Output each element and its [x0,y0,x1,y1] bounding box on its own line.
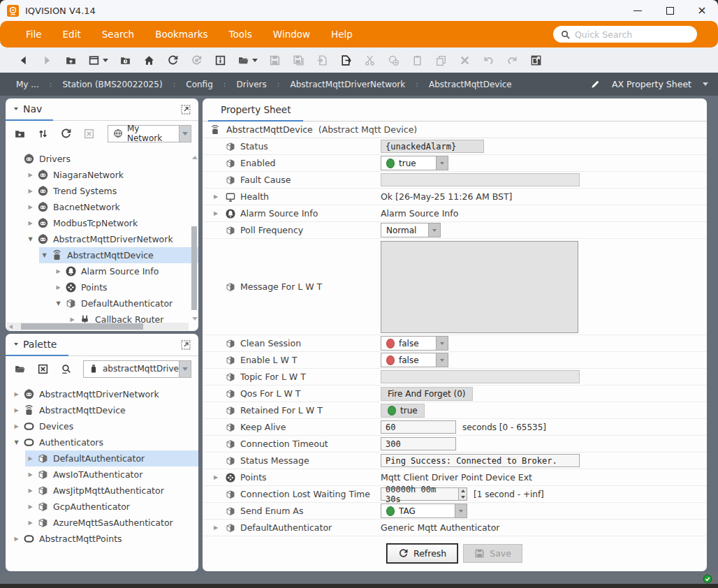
expander-collapsed-icon[interactable]: ▶ [25,220,36,226]
tree-item[interactable]: ▶BacnetNetwork [6,199,198,215]
tree-item[interactable]: ▶AwsJitpMqttAuthenticator [6,483,198,499]
home-button[interactable] [137,51,161,69]
refresh-button[interactable]: Refresh [387,544,457,563]
refresh-tree-button[interactable] [59,126,73,140]
expander-collapsed-icon[interactable]: ▶ [25,487,36,494]
view-selector[interactable]: AX Property Sheet [590,79,708,89]
nav-horizontal-scrollbar[interactable] [7,323,189,330]
scroll-left-icon[interactable] [9,325,13,329]
expander-expanded-icon[interactable]: ▼ [53,300,64,307]
menu-file[interactable]: File [18,24,50,44]
spinner-buttons[interactable] [459,487,467,501]
tree-item[interactable]: ▶AbstractMqttPoints [6,531,198,547]
tree-item[interactable]: ▶GcpAuthenticator [6,499,198,515]
tree-item[interactable]: ▶Points [6,279,198,295]
up-level-button[interactable] [59,51,82,69]
expander-collapsed-icon[interactable]: ▶ [25,471,36,478]
expander-collapsed-icon[interactable]: ▶ [53,284,64,291]
quick-search[interactable] [553,26,697,43]
menu-tools[interactable]: Tools [221,24,260,44]
text-input[interactable]: 60 [381,420,456,434]
dropdown-select[interactable]: true [381,156,448,170]
expander-collapsed-icon[interactable]: ▶ [25,188,36,194]
dropdown-select[interactable]: false [381,353,448,367]
expander-collapsed-icon[interactable]: ▶ [25,204,36,210]
expander-collapsed-icon[interactable]: ▶ [53,268,64,274]
tab-palette[interactable]: Palette [6,334,68,356]
scroll-down-icon[interactable] [192,317,198,321]
dropdown-arrow-icon[interactable] [436,353,448,367]
breadcrumb-item[interactable]: Drivers [230,77,273,92]
dropdown-arrow-icon[interactable] [179,126,191,142]
minimize-button[interactable] [622,0,654,21]
scroll-up-icon[interactable] [192,156,198,159]
expander-collapsed-icon[interactable]: ▶ [211,474,221,480]
open-in-new-button[interactable] [524,51,548,69]
dropdown-arrow-icon[interactable] [436,337,448,350]
dropdown-select[interactable]: Normal [381,223,441,237]
expander-expanded-icon[interactable]: ▼ [25,236,36,242]
tree-item[interactable]: ▶ModbusTcpNetwork [6,215,198,231]
textarea-input[interactable] [381,241,578,333]
scrollbar-thumb[interactable] [191,226,197,310]
dropdown-arrow-icon[interactable] [428,223,440,237]
refresh-button[interactable] [161,51,184,69]
tree-item[interactable]: ▶NiagaraNetwork [6,167,198,183]
text-input[interactable] [381,173,580,186]
close-palette-button[interactable] [36,362,50,376]
text-input[interactable]: Ping Success: Connected to Broker. [381,454,580,467]
expander-collapsed-icon[interactable]: ▶ [11,407,22,413]
breadcrumb-item[interactable]: Station (BMS20022025) [56,77,168,92]
back-button[interactable] [11,51,35,69]
tab-property-sheet[interactable]: Property Sheet [208,98,303,122]
tree-item[interactable]: ▶AbstractMqttDevice [6,402,198,418]
tree-item[interactable]: Drivers [6,151,198,167]
tree-item[interactable]: ▶AbstractMqttDriverNetwork [6,386,198,402]
export-button[interactable] [334,51,358,69]
tree-item[interactable]: ▼DefaultAuthenticator [6,295,198,311]
quick-search-input[interactable] [575,29,690,40]
breadcrumb-item[interactable]: AbstractMqttDevice [423,77,518,92]
expander-collapsed-icon[interactable]: ▶ [25,520,36,526]
text-input[interactable] [381,370,580,383]
tab-nav[interactable]: Nav [6,98,53,121]
menu-edit[interactable]: Edit [55,24,89,44]
expander-expanded-icon[interactable]: ▼ [39,252,50,258]
dropdown-caret-icon[interactable] [252,59,258,62]
popout-icon[interactable] [180,339,191,351]
search-palette-button[interactable] [59,362,73,376]
expander-collapsed-icon[interactable]: ▶ [211,524,221,531]
expander-collapsed-icon[interactable]: ▶ [67,316,78,323]
tree-item[interactable]: ▶Trend Systems [6,183,198,199]
expander-collapsed-icon[interactable]: ▶ [25,172,36,178]
menu-window[interactable]: Window [265,24,318,44]
expander-collapsed-icon[interactable]: ▶ [11,391,22,397]
folder-open-button[interactable] [232,51,263,69]
sort-button[interactable] [36,126,50,140]
expander-collapsed-icon[interactable]: ▶ [11,536,22,542]
open-palette-button[interactable] [13,362,27,376]
palette-module-dropdown[interactable]: abstractMqttDriver [83,360,191,378]
text-input[interactable]: 300 [381,437,456,450]
nav-scope-dropdown[interactable]: My Network [108,125,191,142]
menu-bookmarks[interactable]: Bookmarks [147,24,215,44]
breadcrumb-item[interactable]: AbstractMqttDriverNetwork [284,77,411,92]
scrollbar-thumb[interactable] [21,323,143,330]
dropdown-arrow-icon[interactable] [455,504,467,517]
dropdown-arrow-icon[interactable] [179,361,191,377]
dropdown-select[interactable]: false [381,336,448,351]
expander-collapsed-icon[interactable]: ▶ [211,193,221,200]
dropdown-arrow-icon[interactable] [436,156,448,170]
nav-vertical-scrollbar[interactable] [191,147,198,322]
tree-item[interactable]: ▶Devices [6,418,198,434]
tree-item[interactable]: ▼Authenticators [6,434,198,450]
tree-item[interactable]: ▶AzureMqttSasAuthenticator [6,515,198,531]
tree-item[interactable]: ▶AwsIoTAuthenticator [6,466,198,483]
new-folder-button[interactable] [13,126,27,140]
popout-icon[interactable] [180,104,191,115]
menu-search[interactable]: Search [94,24,142,44]
close-button[interactable]: × [686,0,718,21]
chevron-down-icon[interactable] [703,82,708,86]
info-button[interactable] [208,51,232,69]
history-button[interactable] [113,51,137,69]
